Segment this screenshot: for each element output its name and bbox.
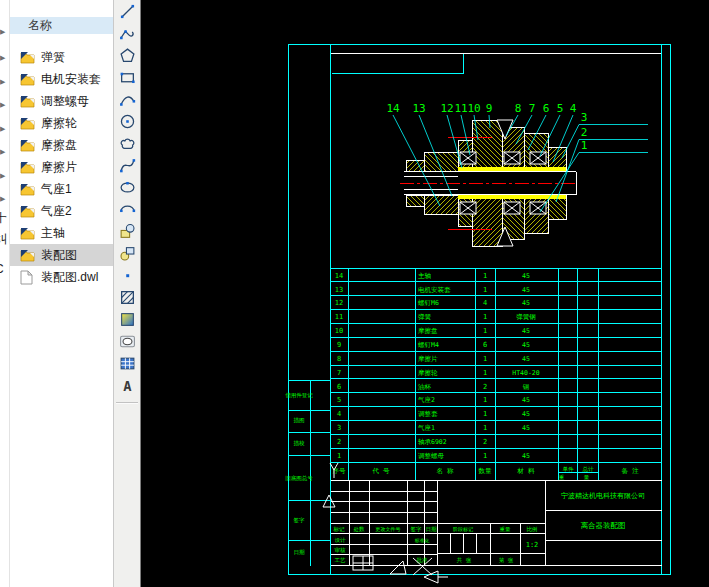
tree-expand-icon[interactable]: ▶ bbox=[0, 28, 5, 35]
tool-polyline[interactable] bbox=[114, 22, 140, 44]
tool-multiline-text[interactable]: A bbox=[114, 374, 140, 396]
company-name: 宁波精达机电科技有限公司 bbox=[561, 492, 645, 500]
bom-cell: 12 bbox=[335, 299, 343, 307]
polygon-icon bbox=[119, 47, 136, 64]
bom-cell: 1 bbox=[483, 396, 487, 404]
tb-label: 处数 bbox=[354, 526, 366, 533]
bom-cell: 1 bbox=[483, 424, 487, 432]
folder-icon bbox=[20, 205, 36, 218]
bom-cell: 弹簧钢 bbox=[516, 313, 536, 321]
part-number: 4 bbox=[570, 102, 577, 115]
bom-cell: 1 bbox=[483, 286, 487, 294]
file-item[interactable]: 弹簧 bbox=[10, 46, 114, 68]
tree-expand-icon[interactable]: ▶ bbox=[0, 125, 5, 132]
bom-cell: 1 bbox=[483, 369, 487, 377]
drawing-title: 离合器装配图 bbox=[581, 521, 626, 530]
bom-cell: 油杯 bbox=[418, 383, 432, 391]
file-item-label: 调整螺母 bbox=[41, 93, 89, 110]
tree-expand-icon[interactable]: ▶ bbox=[0, 54, 5, 61]
tool-table[interactable] bbox=[114, 352, 140, 374]
tree-expand-icon[interactable]: ▶ bbox=[0, 78, 5, 85]
application-window: ▶ ▶ ▶ ▶ ▶ ▶ ▶ ▶ 十 纠 C 名称 弹簧电机安装套调整螺母摩擦轮摩… bbox=[0, 0, 709, 587]
bom-header: 总计 bbox=[582, 466, 595, 472]
part-number: 5 bbox=[557, 102, 564, 115]
bom-cell: 调整螺母 bbox=[418, 452, 445, 460]
file-item[interactable]: 调整螺母 bbox=[10, 90, 114, 112]
bom-cell: 摩擦片 bbox=[418, 355, 438, 363]
tool-hatch[interactable] bbox=[114, 286, 140, 308]
part-number: 13 bbox=[412, 102, 425, 115]
tool-gradient[interactable] bbox=[114, 308, 140, 330]
tree-expand-icon[interactable]: ▶ bbox=[0, 148, 5, 155]
bom-cell: 弹簧 bbox=[418, 313, 432, 321]
tool-polygon[interactable] bbox=[114, 44, 140, 66]
spline-icon bbox=[119, 157, 136, 174]
leader-line bbox=[562, 125, 579, 159]
part-number: 7 bbox=[529, 102, 536, 115]
file-item[interactable]: 气座1 bbox=[10, 178, 114, 200]
margin-cells bbox=[289, 381, 331, 566]
file-item[interactable]: 装配图 bbox=[10, 244, 114, 266]
bom-cell: 45 bbox=[522, 286, 530, 294]
tb-label: 更改文件号 bbox=[376, 526, 401, 532]
bom-cell: 13 bbox=[335, 286, 343, 294]
tree-expand-icon[interactable]: ▶ bbox=[0, 172, 5, 179]
file-item[interactable]: 主轴 bbox=[10, 222, 114, 244]
bom-cell: 主轴 bbox=[418, 272, 431, 280]
tool-point[interactable] bbox=[114, 264, 140, 286]
tool-spline[interactable] bbox=[114, 154, 140, 176]
scale-value: 1:2 bbox=[526, 541, 539, 549]
folder-icon bbox=[20, 117, 36, 130]
tool-line[interactable] bbox=[114, 0, 140, 22]
hatch-icon bbox=[119, 289, 136, 306]
bom-cell: 4 bbox=[483, 299, 487, 307]
drawing-canvas[interactable]: 借用件登记 描图 描校 旧底图总号 签字 日期 bbox=[141, 0, 709, 587]
file-item[interactable]: 气座2 bbox=[10, 200, 114, 222]
folder-icon bbox=[20, 51, 36, 64]
tb-label: 签字 bbox=[411, 526, 423, 533]
bom-cell: 2 bbox=[337, 438, 341, 446]
file-item[interactable]: 电机安装套 bbox=[10, 68, 114, 90]
table-icon bbox=[119, 355, 136, 372]
file-item[interactable]: 装配图.dwl bbox=[10, 266, 114, 288]
bom-cell: 1 bbox=[483, 327, 487, 335]
tb-label: 标准化 bbox=[414, 538, 430, 544]
revision-cloud-icon bbox=[119, 135, 136, 152]
tool-revision-cloud[interactable] bbox=[114, 132, 140, 154]
file-list: 弹簧电机安装套调整螺母摩擦轮摩擦盘摩擦片气座1气座2主轴装配图装配图.dwl bbox=[10, 46, 114, 288]
cad-viewport[interactable]: 借用件登记 描图 描校 旧底图总号 签字 日期 bbox=[141, 0, 709, 587]
insert-block-icon bbox=[119, 223, 136, 240]
bom-cell: 轴承6902 bbox=[418, 438, 447, 446]
bom-cell: 9 bbox=[337, 341, 341, 349]
tool-arc[interactable] bbox=[114, 88, 140, 110]
file-item-label: 气座1 bbox=[41, 181, 72, 198]
tool-insert-block[interactable] bbox=[114, 220, 140, 242]
bom-cell: 摩擦轮 bbox=[418, 369, 438, 377]
file-item[interactable]: 摩擦片 bbox=[10, 156, 114, 178]
folder-icon bbox=[20, 183, 36, 196]
file-item-label: 电机安装套 bbox=[41, 71, 101, 88]
tool-region[interactable] bbox=[114, 330, 140, 352]
tb-label: 比例 bbox=[527, 526, 538, 533]
tool-make-block[interactable] bbox=[114, 242, 140, 264]
bom-cell: 气座2 bbox=[418, 396, 435, 404]
part-number: 8 bbox=[515, 102, 522, 115]
tool-circle[interactable] bbox=[114, 110, 140, 132]
name-column-header[interactable]: 名称 bbox=[10, 17, 114, 34]
spacer-strip bbox=[458, 167, 566, 171]
margin-label: 旧底图总号 bbox=[285, 475, 313, 482]
bom-cell: 螺钉M6 bbox=[418, 299, 439, 307]
tree-expand-icon[interactable]: ▶ bbox=[0, 101, 5, 108]
file-item[interactable]: 摩擦轮 bbox=[10, 112, 114, 134]
tb-label: 阶段标记 bbox=[453, 526, 473, 533]
bom-header: 单件 bbox=[563, 466, 575, 472]
arc-icon bbox=[119, 91, 136, 108]
file-item[interactable]: 摩擦盘 bbox=[10, 134, 114, 156]
tree-expand-icon[interactable]: ▶ bbox=[0, 195, 5, 202]
tool-ellipse-arc[interactable] bbox=[114, 198, 140, 220]
region-icon bbox=[119, 333, 136, 350]
tool-ellipse[interactable] bbox=[114, 176, 140, 198]
folder-icon bbox=[20, 249, 36, 262]
tool-rectangle[interactable] bbox=[114, 66, 140, 88]
file-item-label: 主轴 bbox=[41, 225, 65, 242]
